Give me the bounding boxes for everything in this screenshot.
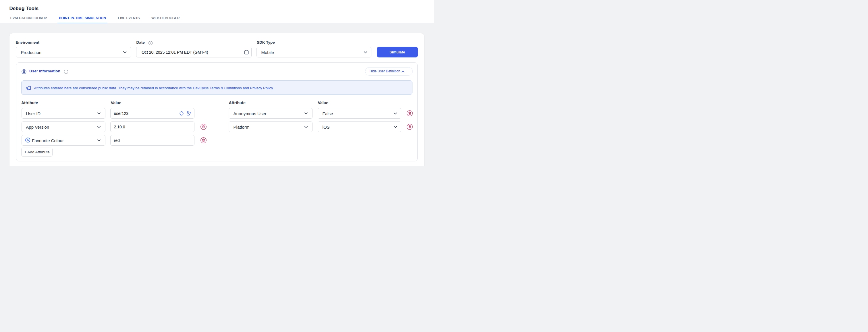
svg-text:S: S — [27, 139, 29, 142]
